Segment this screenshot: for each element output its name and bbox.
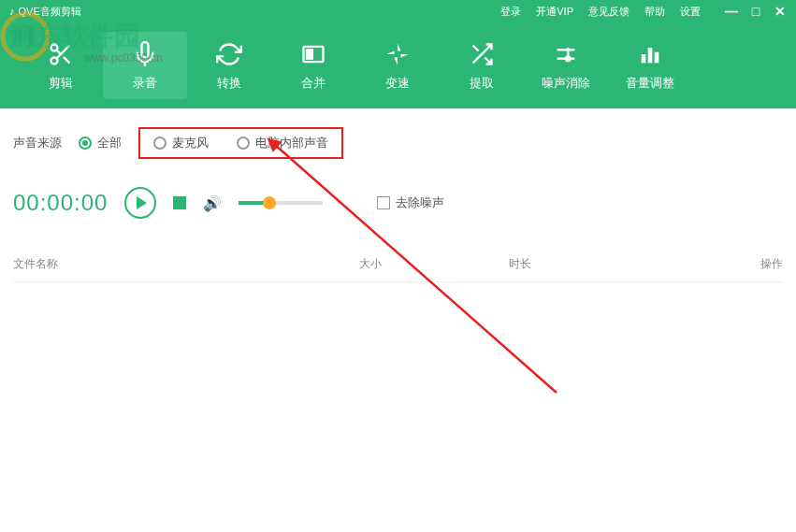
speed-icon — [383, 39, 412, 69]
svg-rect-23 — [648, 48, 653, 63]
radio-label: 电脑内部声音 — [255, 135, 328, 151]
refresh-icon — [214, 39, 244, 69]
radio-label: 全部 — [97, 135, 122, 151]
svg-rect-22 — [642, 54, 646, 63]
close-button[interactable]: ✕ — [774, 4, 787, 19]
svg-marker-14 — [401, 54, 409, 58]
tool-label: 噪声消除 — [542, 75, 590, 92]
volume-slider[interactable] — [239, 201, 323, 205]
tool-extract[interactable]: 提取 — [440, 32, 524, 99]
svg-marker-12 — [395, 58, 398, 65]
svg-point-4 — [51, 58, 58, 65]
th-filename: 文件名称 — [13, 256, 359, 272]
radio-circle-icon — [153, 137, 166, 150]
titlebar: ♪ QVE音频剪辑 登录 开通VIP 意见反馈 帮助 设置 — □ ✕ — [0, 0, 796, 22]
tool-denoise[interactable]: 噪声消除 — [524, 32, 608, 99]
tool-label: 音量调整 — [626, 75, 674, 92]
tool-label: 提取 — [470, 75, 494, 92]
source-label: 声音来源 — [13, 135, 62, 151]
tool-label: 变速 — [385, 75, 410, 92]
vip-link[interactable]: 开通VIP — [536, 5, 573, 19]
login-link[interactable]: 登录 — [500, 5, 521, 19]
svg-marker-11 — [398, 43, 401, 50]
volume-thumb[interactable] — [263, 196, 276, 209]
radio-circle-icon — [237, 137, 250, 150]
volume-icon: 🔊 — [203, 194, 222, 212]
svg-point-3 — [51, 45, 58, 51]
svg-line-6 — [64, 57, 69, 63]
minimize-button[interactable]: — — [725, 4, 738, 19]
maximize-button[interactable]: □ — [749, 4, 762, 19]
settings-link[interactable]: 设置 — [680, 5, 701, 19]
svg-rect-1 — [14, 28, 22, 47]
tool-convert[interactable]: 转换 — [187, 32, 271, 99]
tool-label: 录音 — [133, 75, 157, 92]
playback-controls: 00:00:00 🔊 去除噪声 — [13, 187, 783, 219]
tool-label: 转换 — [217, 75, 241, 92]
checkbox-label: 去除噪声 — [396, 194, 444, 211]
equalizer-icon — [635, 39, 665, 69]
microphone-icon — [130, 39, 160, 69]
tool-speed[interactable]: 变速 — [355, 32, 440, 99]
svg-rect-2 — [28, 28, 36, 47]
feedback-link[interactable]: 意见反馈 — [588, 5, 630, 19]
svg-rect-24 — [655, 52, 659, 64]
stop-button[interactable] — [173, 196, 186, 209]
timer-display: 00:00:00 — [13, 190, 108, 216]
svg-point-20 — [566, 56, 571, 61]
help-link[interactable]: 帮助 — [644, 5, 665, 19]
radio-mic[interactable]: 麦克风 — [153, 135, 209, 151]
svg-point-0 — [3, 14, 48, 59]
radio-all[interactable]: 全部 — [79, 135, 122, 151]
file-table-header: 文件名称 大小 时长 操作 — [13, 247, 783, 282]
th-action: 操作 — [696, 256, 783, 272]
th-duration: 时长 — [509, 256, 696, 272]
audio-source-row: 声音来源 全部 麦克风 电脑内部声音 — [13, 127, 783, 159]
svg-line-7 — [56, 50, 61, 54]
th-size: 大小 — [359, 256, 509, 272]
volume-fill — [239, 201, 264, 205]
checkbox-icon — [377, 196, 390, 209]
tool-record[interactable]: 录音 — [103, 32, 187, 99]
svg-line-17 — [473, 46, 479, 51]
toolbar: 剪辑 录音 转换 合并 变速 提取 噪声消除 — [0, 22, 796, 108]
shuffle-icon — [467, 39, 497, 69]
denoise-checkbox[interactable]: 去除噪声 — [377, 194, 444, 211]
radio-internal[interactable]: 电脑内部声音 — [237, 135, 328, 151]
svg-marker-13 — [386, 51, 394, 55]
svg-rect-10 — [307, 50, 312, 58]
denoise-icon — [551, 39, 581, 69]
tool-label: 合并 — [301, 75, 326, 92]
highlight-annotation: 麦克风 电脑内部声音 — [138, 127, 343, 159]
tool-label: 剪辑 — [49, 75, 73, 92]
play-button[interactable] — [124, 187, 156, 219]
merge-icon — [298, 39, 328, 69]
radio-circle-icon — [79, 137, 92, 150]
play-icon — [137, 196, 147, 209]
tool-merge[interactable]: 合并 — [271, 32, 355, 99]
tool-volume[interactable]: 音量调整 — [608, 32, 692, 99]
radio-label: 麦克风 — [172, 135, 209, 151]
